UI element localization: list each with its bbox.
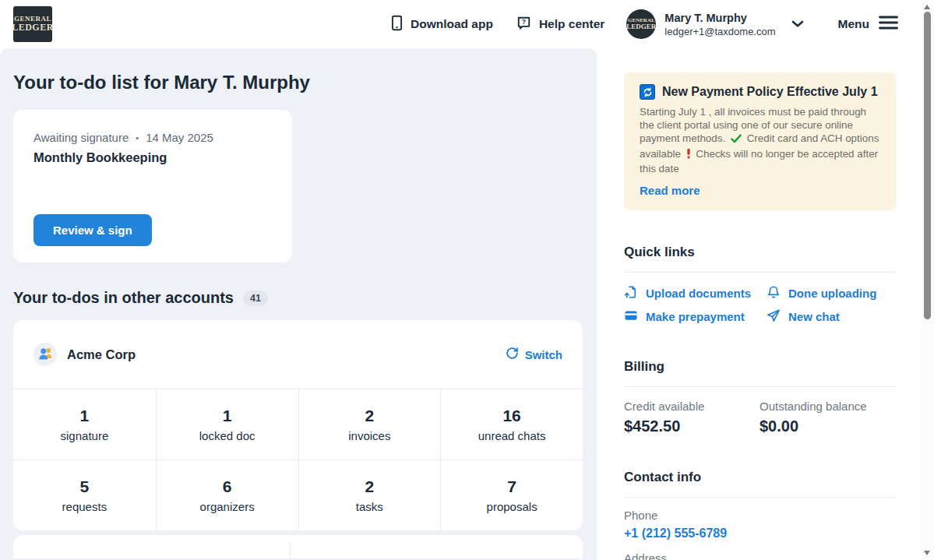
todo-document-name: Monthly Bookkeeping xyxy=(33,150,272,165)
stat-value: 2 xyxy=(365,477,375,496)
other-accounts-count-badge: 41 xyxy=(243,291,268,306)
outstanding-balance-block: Outstanding balance $0.00 xyxy=(760,400,896,435)
user-avatar: GENERAL LEDGER xyxy=(626,9,656,39)
credit-available-label: Credit available xyxy=(624,400,760,413)
phone-link[interactable]: +1 (212) 555-6789 xyxy=(624,527,896,541)
stat-value: 5 xyxy=(80,477,90,496)
account-avatar xyxy=(33,343,57,366)
stat-value: 16 xyxy=(502,407,520,425)
stat-label: proposals xyxy=(487,500,537,513)
app-logo[interactable]: GENERAL LEDGER xyxy=(13,6,52,42)
todo-status: Awaiting signature xyxy=(33,131,129,144)
todo-date: 14 May 2025 xyxy=(146,131,213,144)
section-divider xyxy=(624,272,896,273)
check-mark-icon xyxy=(731,134,745,146)
other-accounts-heading-row: Your to-dos in other accounts 41 xyxy=(13,289,583,307)
contact-info-title: Contact info xyxy=(624,470,896,485)
scrollbar-down-arrow[interactable] xyxy=(924,551,930,555)
right-sidebar: New Payment Policy Effective July 1 Star… xyxy=(597,48,934,560)
switch-account-button[interactable]: Switch xyxy=(506,347,562,362)
payment-policy-notice: New Payment Policy Effective July 1 Star… xyxy=(624,72,896,210)
download-app-button[interactable]: Download app xyxy=(391,15,493,34)
user-menu[interactable]: GENERAL LEDGER Mary T. Murphy ledger+1@t… xyxy=(626,9,803,39)
user-identity: Mary T. Murphy ledger+1@taxdome.com xyxy=(664,12,775,37)
scrollbar-thumb[interactable] xyxy=(924,12,931,319)
mobile-phone-icon xyxy=(391,15,403,34)
hamburger-icon xyxy=(879,16,898,33)
exclamation-mark-icon xyxy=(686,150,694,161)
stat-requests[interactable]: 5 requests xyxy=(13,460,156,530)
sync-arrows-icon xyxy=(640,84,655,100)
quick-link-label: Make prepayment xyxy=(646,310,745,323)
top-header: GENERAL LEDGER Download app ? Help cente… xyxy=(0,0,934,48)
stat-invoices[interactable]: 2 invoices xyxy=(298,389,441,460)
section-divider xyxy=(624,386,896,387)
make-prepayment-link[interactable]: Make prepayment xyxy=(624,308,767,325)
billing-values-row: Credit available $452.50 Outstanding bal… xyxy=(624,400,896,435)
stat-value: 1 xyxy=(223,407,232,425)
billing-title: Billing xyxy=(624,359,896,375)
account-card-header: Acme Corp Switch xyxy=(13,320,583,389)
paper-plane-icon xyxy=(767,308,781,325)
address-label: Address xyxy=(624,551,896,560)
credit-available-value: $452.50 xyxy=(624,417,760,435)
account-name: Acme Corp xyxy=(67,347,136,362)
stat-organizers[interactable]: 6 organizers xyxy=(156,460,298,530)
stat-signature[interactable]: 1 signature xyxy=(13,389,156,460)
help-center-button[interactable]: ? Help center xyxy=(516,16,604,33)
outstanding-balance-label: Outstanding balance xyxy=(760,400,896,413)
help-bubble-icon: ? xyxy=(516,16,531,33)
stat-value: 7 xyxy=(507,477,516,496)
quick-links-title: Quick links xyxy=(624,245,896,260)
menu-button[interactable]: Menu xyxy=(838,16,898,33)
stat-label: locked doc xyxy=(199,429,256,442)
main-content: Your to-do list for Mary T. Murphy Await… xyxy=(0,48,597,560)
quick-link-label: New chat xyxy=(788,310,840,323)
card-divider xyxy=(290,542,291,558)
notice-title-row: New Payment Policy Effective July 1 xyxy=(640,84,880,100)
chevron-down-icon xyxy=(791,17,804,31)
stat-label: tasks xyxy=(356,500,383,513)
credit-card-icon xyxy=(624,308,638,325)
stat-value: 2 xyxy=(365,407,375,425)
quick-link-label: Upload documents xyxy=(646,287,751,300)
done-uploading-link[interactable]: Done uploading xyxy=(767,285,896,301)
scrollbar-up-arrow[interactable] xyxy=(924,5,930,9)
review-and-sign-button[interactable]: Review & sign xyxy=(33,214,152,246)
refresh-icon xyxy=(506,347,519,362)
stat-locked-doc[interactable]: 1 locked doc xyxy=(156,389,298,460)
stat-tasks[interactable]: 2 tasks xyxy=(298,460,441,530)
menu-label: Menu xyxy=(838,17,869,31)
stat-label: organizers xyxy=(200,500,255,513)
stat-unread-chats[interactable]: 16 unread chats xyxy=(440,389,583,460)
logo-text-line2: LEDGER xyxy=(12,23,54,33)
upload-documents-link[interactable]: Upload documents xyxy=(624,285,767,301)
phone-label: Phone xyxy=(624,509,896,522)
user-name: Mary T. Murphy xyxy=(664,12,775,24)
stat-label: requests xyxy=(62,500,107,513)
upload-document-icon xyxy=(624,285,638,301)
outstanding-balance-value: $0.00 xyxy=(760,417,896,435)
account-card-acme: Acme Corp Switch 1 signature 1 locked do… xyxy=(13,320,583,530)
people-icon xyxy=(37,345,54,365)
header-actions: Download app ? Help center GENERAL LEDGE… xyxy=(391,9,898,39)
stat-value: 6 xyxy=(223,477,232,496)
svg-text:?: ? xyxy=(522,18,526,26)
credit-available-block: Credit available $452.50 xyxy=(624,400,760,435)
bell-icon xyxy=(767,285,781,301)
user-email: ledger+1@taxdome.com xyxy=(664,26,775,37)
account-stats-grid: 1 signature 1 locked doc 2 invoices 16 u… xyxy=(13,389,583,530)
other-accounts-title: Your to-dos in other accounts xyxy=(13,289,234,307)
vertical-scrollbar[interactable] xyxy=(921,0,934,560)
stat-label: unread chats xyxy=(478,429,546,442)
switch-label: Switch xyxy=(525,348,562,361)
new-chat-link[interactable]: New chat xyxy=(767,308,896,325)
stat-label: invoices xyxy=(348,429,390,442)
todo-card: Awaiting signature • 14 May 2025 Monthly… xyxy=(13,110,292,262)
quick-link-label: Done uploading xyxy=(788,287,876,300)
stat-proposals[interactable]: 7 proposals xyxy=(440,460,583,530)
help-center-label: Help center xyxy=(539,17,604,31)
page-title: Your to-do list for Mary T. Murphy xyxy=(13,72,583,93)
quick-links-section: Quick links Upload documents Done upload… xyxy=(624,245,896,325)
read-more-link[interactable]: Read more xyxy=(640,184,880,197)
